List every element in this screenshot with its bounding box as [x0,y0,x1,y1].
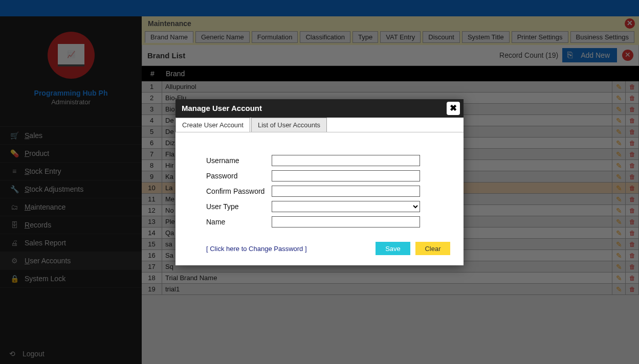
logout-button[interactable]: ⟲ Logout [0,344,142,364]
sidebar-item-product[interactable]: 💊Product [0,145,142,163]
edit-row-button[interactable]: ✎ [612,216,626,227]
trash-icon: 🗑 [629,185,635,192]
row-number: 12 [142,205,162,216]
delete-row-button[interactable]: 🗑 [626,239,639,249]
user-role: Administrator [0,98,142,106]
modal-tab-list-of-user-accounts[interactable]: List of User Accounts [251,118,327,132]
close-list-button[interactable]: ✕ [622,50,633,61]
pencil-icon: ✎ [616,83,622,91]
tab-brand-name[interactable]: Brand Name [145,31,193,43]
tab-generic-name[interactable]: Generic Name [195,31,250,43]
tab-formulation[interactable]: Formulation [252,31,298,43]
label-password: Password [206,172,272,180]
trash-icon: 🗑 [629,140,635,147]
row-number: 8 [142,160,162,171]
edit-row-button[interactable]: ✎ [612,81,626,92]
edit-row-button[interactable]: ✎ [612,239,626,249]
delete-row-button[interactable]: 🗑 [626,160,639,171]
edit-row-button[interactable]: ✎ [612,93,626,103]
confirm-password-input[interactable] [272,186,420,197]
delete-row-button[interactable]: 🗑 [626,261,639,272]
monitor-chart-icon: 📈 [67,51,75,58]
nav-icon: 💊 [9,149,19,157]
row-number: 13 [142,216,162,227]
edit-row-button[interactable]: ✎ [612,149,626,160]
delete-row-button[interactable]: 🗑 [626,138,639,148]
row-number: 11 [142,194,162,204]
edit-row-button[interactable]: ✎ [612,160,626,171]
delete-row-button[interactable]: 🗑 [626,81,639,92]
delete-row-button[interactable]: 🗑 [626,115,639,126]
pencil-icon: ✎ [616,240,622,248]
edit-row-button[interactable]: ✎ [612,284,626,294]
delete-row-button[interactable]: 🗑 [626,284,639,294]
edit-row-button[interactable]: ✎ [612,115,626,126]
table-row[interactable]: 19trial1✎🗑 [142,284,639,295]
delete-row-button[interactable]: 🗑 [626,93,639,103]
pencil-icon: ✎ [616,94,622,102]
table-row[interactable]: 18Trial Brand Name✎🗑 [142,272,639,284]
tab-classification[interactable]: Classification [300,31,350,43]
edit-row-button[interactable]: ✎ [612,272,626,283]
row-number: 17 [142,261,162,272]
delete-row-button[interactable]: 🗑 [626,194,639,204]
change-password-link[interactable]: [ Click here to Change Password ] [206,245,307,253]
sidebar-item-stock-adjustments[interactable]: 🔧Stock Adjustments [0,180,142,198]
sidebar-item-stock-entry[interactable]: ≡Stock Entry [0,163,142,180]
name-input[interactable] [272,216,420,228]
nav-icon: 🔧 [9,185,19,193]
sidebar-item-sales[interactable]: 🛒Sales [0,127,142,145]
edit-row-button[interactable]: ✎ [612,194,626,204]
password-input[interactable] [272,170,420,181]
delete-row-button[interactable]: 🗑 [626,250,639,261]
edit-row-button[interactable]: ✎ [612,138,626,148]
edit-row-button[interactable]: ✎ [612,183,626,193]
delete-row-button[interactable]: 🗑 [626,171,639,182]
delete-row-button[interactable]: 🗑 [626,126,639,137]
tab-system-title[interactable]: System Title [462,31,510,43]
modal-close-button[interactable]: ✖ [447,102,460,115]
edit-row-button[interactable]: ✎ [612,205,626,216]
delete-row-button[interactable]: 🗑 [626,149,639,160]
sidebar: 📈 Programming Hub Ph Administrator 🛒Sale… [0,16,142,364]
add-new-button[interactable]: Add New [562,48,617,62]
table-row[interactable]: 1Allupurinol✎🗑 [142,81,639,93]
pencil-icon: ✎ [616,195,622,203]
clear-button[interactable]: Clear [415,242,450,255]
close-maintenance-button[interactable]: ✕ [625,18,635,29]
username-input[interactable] [272,155,420,166]
sidebar-item-maintenance[interactable]: 🗂Maintenance [0,198,142,216]
delete-row-button[interactable]: 🗑 [626,183,639,193]
avatar: 📈 [48,32,95,79]
sidebar-item-sales-report[interactable]: 🖨Sales Report [0,234,142,252]
logout-icon: ⟲ [9,350,15,358]
delete-row-button[interactable]: 🗑 [626,205,639,216]
edit-row-button[interactable]: ✎ [612,228,626,238]
label-user-type: User Type [206,202,272,211]
delete-row-button[interactable]: 🗑 [626,216,639,227]
edit-row-button[interactable]: ✎ [612,126,626,137]
save-button[interactable]: Save [376,242,410,255]
modal-tab-create-user-account[interactable]: Create User Account [175,118,250,132]
edit-row-button[interactable]: ✎ [612,261,626,272]
delete-row-button[interactable]: 🗑 [626,228,639,238]
sidebar-item-system-lock[interactable]: 🔒System Lock [0,270,142,288]
edit-row-button[interactable]: ✎ [612,104,626,115]
edit-row-button[interactable]: ✎ [612,250,626,261]
user-type-select[interactable] [272,201,420,212]
sidebar-item-records[interactable]: 🗄Records [0,216,142,234]
edit-row-button[interactable]: ✎ [612,171,626,182]
pencil-icon: ✎ [616,207,622,215]
delete-row-button[interactable]: 🗑 [626,272,639,283]
pencil-icon: ✎ [616,218,622,226]
sidebar-item-label: User Accounts [25,257,71,265]
delete-row-button[interactable]: 🗑 [626,104,639,115]
tab-printer-settings[interactable]: Printer Settings [512,31,568,43]
tab-discount[interactable]: Discount [423,31,460,43]
tab-business-settings[interactable]: Business Settings [570,31,634,43]
tab-vat-entry[interactable]: VAT Entry [380,31,421,43]
pencil-icon: ✎ [616,184,622,192]
sidebar-item-user-accounts[interactable]: ⚙User Accounts [0,252,142,270]
row-number: 6 [142,138,162,148]
tab-type[interactable]: Type [352,31,378,43]
